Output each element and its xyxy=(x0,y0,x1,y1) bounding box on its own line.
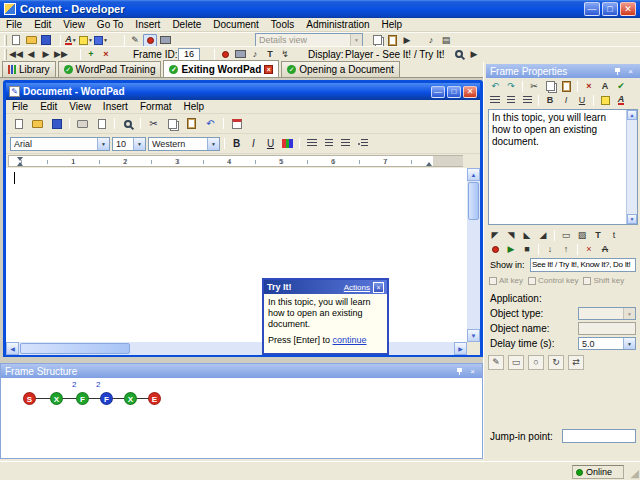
object-area-icon[interactable]: ▭ xyxy=(508,355,524,370)
toolbar-grip[interactable] xyxy=(4,35,7,46)
hotspot-icon[interactable]: ○ xyxy=(528,355,544,370)
node-explanation[interactable]: X xyxy=(50,392,63,405)
object-name-field[interactable] xyxy=(578,322,636,335)
last-frame-icon[interactable]: ▶▶ xyxy=(54,48,68,61)
wordpad-menu-view[interactable]: View xyxy=(63,100,97,114)
insert-frame-icon[interactable]: + xyxy=(84,48,98,61)
scroll-up-icon[interactable]: ▲ xyxy=(627,110,637,120)
shift-key-checkbox[interactable]: Shift key xyxy=(583,276,624,285)
undo-icon[interactable]: ↶ xyxy=(202,116,219,132)
show-in-value[interactable]: See It! / Try It!, Know It?, Do It! xyxy=(530,258,636,272)
copy-icon[interactable] xyxy=(164,116,181,132)
bubble-text-scrollbar[interactable]: ▲ ▼ xyxy=(626,110,637,224)
undo-icon[interactable]: ↶ xyxy=(488,80,502,93)
recapture-icon[interactable] xyxy=(233,48,247,61)
highlight-color-icon[interactable] xyxy=(598,94,612,107)
new-document-icon[interactable] xyxy=(10,116,27,132)
previous-frame-icon[interactable]: ◀ xyxy=(24,48,38,61)
bubble-pointer-down-right-icon[interactable]: ◢ xyxy=(536,229,550,242)
save-icon[interactable] xyxy=(39,34,53,47)
scroll-down-icon[interactable]: ▼ xyxy=(627,214,637,224)
wordpad-close-button[interactable]: ✕ xyxy=(463,86,477,98)
display-value[interactable]: Player - See It! / Try It! xyxy=(345,49,444,60)
play-sound-icon[interactable]: ▶ xyxy=(504,243,518,256)
record-topic-icon[interactable] xyxy=(218,48,232,61)
pin-icon[interactable] xyxy=(454,366,465,377)
alt-key-checkbox[interactable]: Alt key xyxy=(489,276,523,285)
bold-icon[interactable]: B xyxy=(543,94,557,107)
bubble-text[interactable]: In this topic, you will learn how to ope… xyxy=(492,112,624,148)
screenshot-icon[interactable] xyxy=(158,34,172,47)
menu-item-delete[interactable]: Delete xyxy=(166,18,207,32)
wordpad-menu-format[interactable]: Format xyxy=(134,100,178,114)
redo-icon[interactable]: ↷ xyxy=(504,80,518,93)
edit-actions-icon[interactable]: ✎ xyxy=(488,355,504,370)
find-icon[interactable] xyxy=(119,116,136,132)
italic-button[interactable]: I xyxy=(246,136,261,151)
line-color-icon[interactable]: ▼ xyxy=(94,34,108,47)
menu-item-help[interactable]: Help xyxy=(376,18,409,32)
actions-link[interactable]: Actions xyxy=(344,283,370,292)
font-script-select[interactable]: Western ▼ xyxy=(148,137,220,151)
print-icon[interactable] xyxy=(74,116,91,132)
cut-icon[interactable]: ✂ xyxy=(145,116,162,132)
bubble-pointer-down-left-icon[interactable]: ◣ xyxy=(520,229,534,242)
bubble-style-icon[interactable]: ▭ xyxy=(559,229,573,242)
delay-time-select[interactable]: 5.0▼ xyxy=(578,337,636,350)
align-left-button[interactable] xyxy=(304,136,319,151)
copy-icon[interactable] xyxy=(370,34,384,47)
link-icon[interactable]: ⇄ xyxy=(568,355,584,370)
wordpad-document-area[interactable] xyxy=(6,168,467,342)
refresh-capture-icon[interactable]: ↻ xyxy=(548,355,564,370)
text-color-icon[interactable]: A xyxy=(614,94,628,107)
preview-icon[interactable]: ▶ xyxy=(400,34,414,47)
resize-grip[interactable]: ◢ xyxy=(631,468,639,479)
delete-icon[interactable]: × xyxy=(582,80,596,93)
stop-sound-icon[interactable]: ■ xyxy=(520,243,534,256)
horizontal-scroll-thumb[interactable] xyxy=(20,343,130,354)
underline-button[interactable]: U xyxy=(263,136,278,151)
print-preview-icon[interactable] xyxy=(93,116,110,132)
paste-icon[interactable] xyxy=(559,80,573,93)
font-name-select[interactable]: Arial ▼ xyxy=(10,137,110,151)
menu-item-goto[interactable]: Go To xyxy=(91,18,130,32)
date-time-icon[interactable] xyxy=(228,116,245,132)
align-center-icon[interactable] xyxy=(504,94,518,107)
horizontal-scrollbar[interactable]: ◀ ▶ xyxy=(6,342,467,355)
strikethrough-font-icon[interactable]: A xyxy=(598,243,612,256)
menu-item-view[interactable]: View xyxy=(57,18,91,32)
vertical-scroll-thumb[interactable] xyxy=(468,182,479,220)
bullets-button[interactable] xyxy=(355,136,370,151)
action-icon[interactable]: ↯ xyxy=(278,48,292,61)
tab-exiting-wordpad[interactable]: Exiting WordPad xyxy=(163,60,279,77)
tab-wordpad-training[interactable]: WordPad Training xyxy=(58,61,162,77)
close-button[interactable]: ✕ xyxy=(620,2,636,16)
notes-icon[interactable]: ▤ xyxy=(439,34,453,47)
open-icon[interactable] xyxy=(29,116,46,132)
scroll-up-icon[interactable]: ▲ xyxy=(467,168,480,181)
control-key-checkbox[interactable]: Control key xyxy=(528,276,578,285)
jump-in-point-field[interactable] xyxy=(562,429,636,443)
edit-text-icon[interactable]: ✎ xyxy=(128,34,142,47)
export-sound-icon[interactable]: ↑ xyxy=(559,243,573,256)
spell-check-icon[interactable]: ✔ xyxy=(614,80,628,93)
record-icon[interactable] xyxy=(143,34,157,47)
align-center-button[interactable] xyxy=(321,136,336,151)
object-type-select[interactable]: ▼ xyxy=(578,307,636,320)
menu-item-insert[interactable]: Insert xyxy=(129,18,166,32)
right-margin-marker[interactable] xyxy=(426,162,432,166)
bold-button[interactable]: B xyxy=(229,136,244,151)
text-color-icon[interactable]: A▼ xyxy=(64,34,78,47)
paste-icon[interactable] xyxy=(183,116,200,132)
delete-frame-icon[interactable]: × xyxy=(99,48,113,61)
bubble-fill-icon[interactable]: ▨ xyxy=(575,229,589,242)
minimize-button[interactable]: — xyxy=(584,2,600,16)
menu-item-tools[interactable]: Tools xyxy=(265,18,300,32)
new-document-icon[interactable] xyxy=(9,34,23,47)
close-tab-icon[interactable] xyxy=(264,65,273,74)
node-explanation[interactable]: X xyxy=(124,392,137,405)
underline-icon[interactable]: U xyxy=(575,94,589,107)
italic-icon[interactable]: I xyxy=(559,94,573,107)
indent-marker-bottom[interactable] xyxy=(17,162,23,166)
node-frame-current[interactable]: F xyxy=(100,392,113,405)
